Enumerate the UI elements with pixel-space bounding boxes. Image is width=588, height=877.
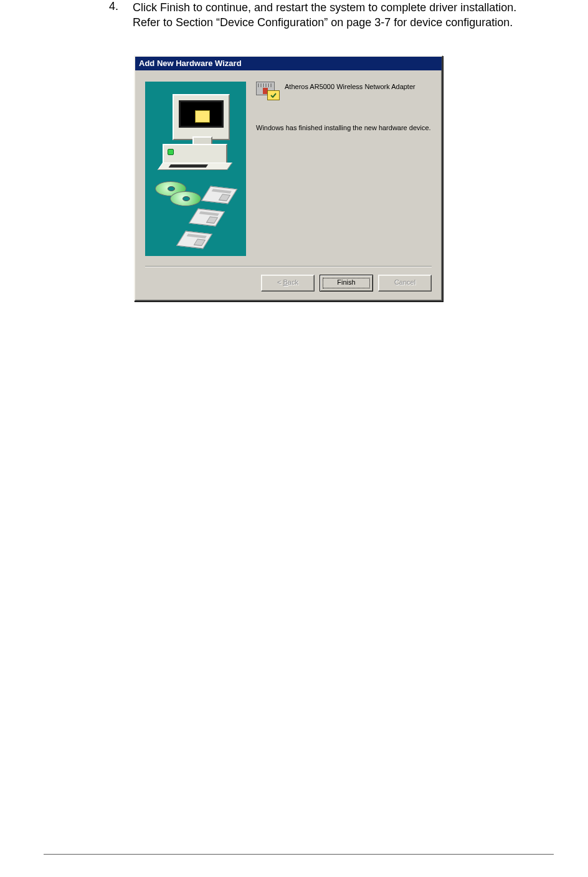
back-button: < Back — [261, 275, 315, 292]
instruction-text: Click Finish to continue, and restart th… — [133, 0, 533, 31]
back-button-suffix: ack — [288, 278, 298, 286]
instruction-step: 4. Click Finish to continue, and restart… — [0, 0, 533, 31]
finish-button[interactable]: Finish — [320, 275, 373, 292]
instruction-number: 4. — [109, 0, 133, 31]
add-hardware-wizard-dialog: Add New Hardware Wizard — [134, 55, 443, 301]
detected-device-row: Atheros AR5000 Wireless Network Adapter — [256, 82, 432, 99]
cancel-button-label: Cancel — [394, 278, 415, 286]
dialog-body: Atheros AR5000 Wireless Network Adapter … — [135, 70, 442, 258]
wizard-sidebar-graphic — [145, 82, 246, 256]
device-name: Atheros AR5000 Wireless Network Adapter — [285, 82, 415, 90]
device-card-icon — [256, 82, 278, 99]
wizard-finish-message: Windows has finished installing the new … — [256, 124, 432, 131]
monitor-icon — [173, 94, 230, 140]
back-button-prefix: < — [277, 278, 283, 286]
dialog-titlebar: Add New Hardware Wizard — [135, 57, 442, 70]
page-footer-rule — [44, 854, 554, 855]
dialog-button-row: < Back Finish Cancel — [135, 267, 442, 300]
cancel-button: Cancel — [378, 275, 432, 292]
dialog-title: Add New Hardware Wizard — [139, 59, 242, 68]
dialog-content: Atheros AR5000 Wireless Network Adapter … — [256, 82, 432, 256]
back-button-accel: B — [283, 278, 288, 286]
screenshot-figure: Add New Hardware Wizard — [134, 55, 588, 301]
document-page: 4. Click Finish to continue, and restart… — [0, 0, 588, 877]
finish-button-label: Finish — [337, 278, 355, 286]
